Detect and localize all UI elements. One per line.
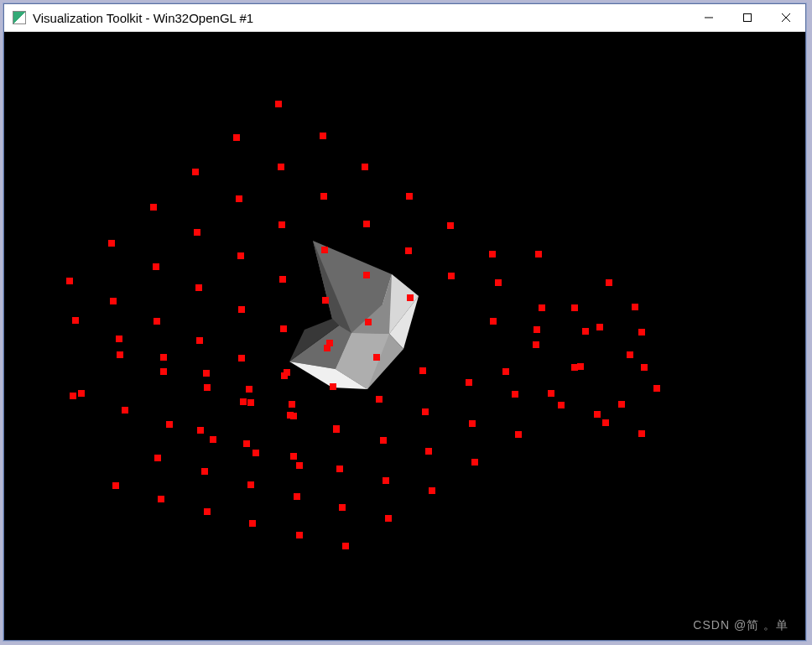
data-point bbox=[116, 336, 122, 342]
data-point bbox=[233, 134, 240, 141]
data-point bbox=[490, 318, 497, 325]
data-point bbox=[240, 398, 247, 405]
minimize-icon bbox=[705, 13, 713, 22]
data-point bbox=[336, 466, 343, 472]
data-point bbox=[195, 284, 202, 291]
data-point bbox=[78, 390, 85, 397]
minimize-button[interactable] bbox=[690, 4, 728, 31]
data-point bbox=[448, 273, 455, 279]
data-point bbox=[495, 279, 502, 286]
data-point bbox=[653, 385, 660, 392]
data-point bbox=[406, 193, 413, 200]
data-point bbox=[320, 193, 327, 200]
data-point bbox=[150, 204, 157, 211]
data-point bbox=[627, 351, 633, 358]
data-point bbox=[363, 272, 370, 278]
data-point bbox=[108, 240, 115, 247]
data-point bbox=[247, 481, 254, 488]
data-point bbox=[512, 391, 518, 398]
data-point bbox=[296, 462, 303, 469]
app-icon bbox=[13, 11, 26, 24]
data-point bbox=[330, 383, 336, 390]
data-point bbox=[380, 437, 387, 444]
data-point bbox=[275, 101, 282, 107]
data-point bbox=[160, 354, 167, 361]
data-point bbox=[638, 329, 645, 336]
rendered-scene bbox=[4, 32, 805, 640]
data-point bbox=[252, 450, 259, 456]
data-point bbox=[596, 324, 603, 330]
data-point bbox=[469, 420, 476, 427]
data-point bbox=[290, 413, 297, 419]
data-point bbox=[558, 402, 565, 408]
data-point bbox=[618, 401, 625, 408]
data-point bbox=[204, 508, 211, 515]
application-window: Visualization Toolkit - Win32OpenGL #1 C… bbox=[3, 3, 806, 641]
data-point bbox=[280, 325, 287, 332]
maximize-button[interactable] bbox=[728, 4, 767, 31]
opengl-viewport[interactable]: CSDN @简 。单 bbox=[4, 32, 805, 640]
data-point bbox=[385, 515, 392, 522]
data-point bbox=[201, 468, 208, 475]
data-point bbox=[166, 421, 173, 428]
data-point bbox=[322, 297, 329, 304]
data-point bbox=[466, 379, 472, 386]
data-point bbox=[278, 164, 284, 170]
data-point bbox=[376, 396, 383, 403]
data-point bbox=[407, 294, 414, 301]
data-point bbox=[66, 278, 73, 284]
data-point bbox=[122, 407, 128, 414]
data-point bbox=[333, 426, 340, 433]
titlebar[interactable]: Visualization Toolkit - Win32OpenGL #1 bbox=[4, 4, 805, 32]
data-point bbox=[110, 298, 117, 304]
svg-line-2 bbox=[782, 13, 790, 22]
data-point bbox=[363, 221, 370, 227]
data-point bbox=[539, 304, 545, 311]
data-point bbox=[577, 363, 584, 370]
data-point bbox=[582, 328, 589, 335]
data-point bbox=[383, 477, 389, 484]
data-point bbox=[326, 340, 333, 346]
data-point bbox=[632, 304, 638, 310]
data-point bbox=[342, 543, 349, 549]
data-point bbox=[249, 520, 256, 527]
data-point bbox=[236, 195, 242, 202]
data-point bbox=[153, 263, 159, 270]
data-point bbox=[194, 229, 200, 236]
data-point bbox=[502, 368, 509, 375]
data-point bbox=[320, 133, 326, 139]
data-point bbox=[204, 384, 211, 391]
data-point bbox=[243, 440, 250, 447]
data-point bbox=[447, 222, 454, 229]
data-point bbox=[247, 399, 254, 406]
svg-line-3 bbox=[782, 13, 790, 22]
data-point bbox=[362, 164, 368, 170]
data-point bbox=[154, 318, 160, 325]
data-point bbox=[535, 251, 542, 257]
maximize-icon bbox=[743, 13, 752, 22]
data-point bbox=[160, 368, 167, 375]
window-controls bbox=[690, 4, 805, 31]
data-point bbox=[289, 401, 295, 408]
data-point bbox=[641, 364, 648, 371]
window-title: Visualization Toolkit - Win32OpenGL #1 bbox=[33, 11, 690, 25]
data-point bbox=[489, 251, 496, 257]
data-point bbox=[405, 247, 412, 254]
data-point bbox=[515, 431, 522, 438]
data-point bbox=[238, 306, 245, 313]
data-point bbox=[425, 448, 432, 455]
data-point bbox=[237, 252, 244, 259]
data-point bbox=[278, 221, 285, 228]
data-point bbox=[419, 367, 426, 374]
data-point bbox=[429, 487, 435, 494]
close-button[interactable] bbox=[767, 4, 805, 31]
data-point bbox=[196, 337, 203, 344]
data-point bbox=[321, 247, 328, 253]
data-point bbox=[534, 326, 540, 333]
data-point bbox=[117, 351, 123, 358]
data-point bbox=[279, 276, 286, 283]
data-point bbox=[422, 408, 429, 415]
data-point bbox=[602, 419, 609, 426]
data-point bbox=[638, 430, 645, 437]
data-point bbox=[192, 169, 199, 175]
